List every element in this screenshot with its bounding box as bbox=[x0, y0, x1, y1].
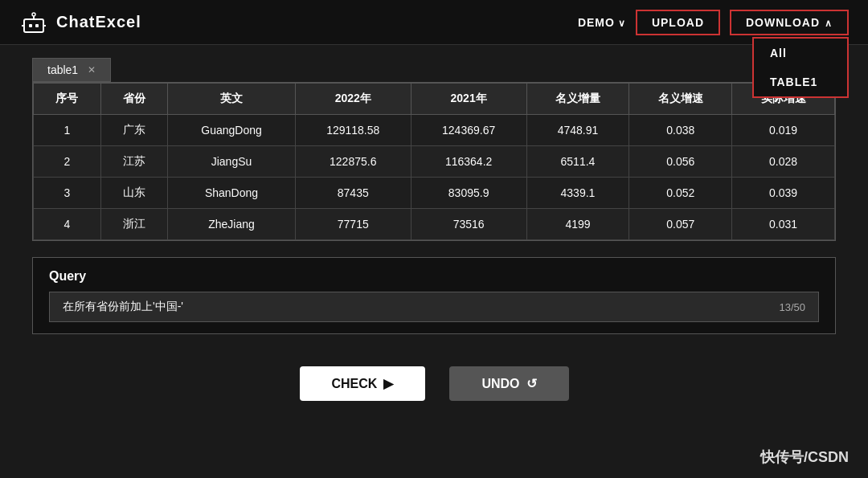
col-header-3: 2022年 bbox=[295, 84, 411, 115]
download-dropdown-menu: All TABLE1 bbox=[752, 37, 849, 98]
cell-r0-c0: 1 bbox=[34, 115, 101, 146]
cell-r1-c6: 0.056 bbox=[629, 146, 732, 178]
logo-text: ChatExcel bbox=[56, 13, 141, 31]
undo-icon: ↺ bbox=[526, 376, 537, 391]
cell-r1-c7: 0.028 bbox=[732, 146, 835, 178]
cell-r2-c1: 山东 bbox=[100, 178, 168, 209]
header: ChatExcel DEMO UPLOAD DOWNLOAD All TABLE… bbox=[0, 0, 868, 45]
dropdown-item-table1[interactable]: TABLE1 bbox=[754, 67, 847, 96]
query-label: Query bbox=[49, 269, 819, 284]
cell-r2-c5: 4339.1 bbox=[526, 178, 629, 209]
download-dropdown: DOWNLOAD All TABLE1 bbox=[730, 10, 849, 35]
col-header-5: 名义增量 bbox=[526, 84, 629, 115]
logo-area: ChatExcel bbox=[19, 8, 141, 37]
cell-r1-c5: 6511.4 bbox=[526, 146, 629, 178]
svg-point-4 bbox=[32, 13, 35, 16]
cell-r3-c2: ZheJiang bbox=[168, 209, 296, 240]
cell-r1-c4: 116364.2 bbox=[411, 146, 526, 178]
cell-r2-c2: ShanDong bbox=[168, 178, 296, 209]
download-button[interactable]: DOWNLOAD bbox=[730, 10, 849, 35]
cell-r0-c7: 0.019 bbox=[732, 115, 835, 146]
logo-icon bbox=[19, 8, 48, 37]
header-right: DEMO UPLOAD DOWNLOAD All TABLE1 bbox=[578, 10, 849, 35]
check-button[interactable]: CHECK ▶ bbox=[300, 366, 426, 401]
cell-r2-c7: 0.039 bbox=[732, 178, 835, 209]
query-input-row: 13/50 bbox=[49, 292, 819, 322]
download-chevron-icon bbox=[825, 16, 833, 29]
cell-r1-c3: 122875.6 bbox=[295, 146, 411, 178]
cell-r0-c4: 124369.67 bbox=[411, 115, 526, 146]
cell-r2-c3: 87435 bbox=[295, 178, 411, 209]
cell-r3-c7: 0.031 bbox=[732, 209, 835, 240]
query-counter: 13/50 bbox=[779, 301, 805, 313]
check-play-icon: ▶ bbox=[383, 376, 393, 391]
col-header-2: 英文 bbox=[168, 84, 296, 115]
col-header-4: 2021年 bbox=[411, 84, 526, 115]
data-table: 序号 省份 英文 2022年 2021年 名义增量 名义增速 实际增速 1广东G… bbox=[32, 82, 836, 241]
cell-r3-c4: 73516 bbox=[411, 209, 526, 240]
query-section: Query 13/50 bbox=[32, 257, 836, 334]
demo-button[interactable]: DEMO bbox=[578, 16, 626, 29]
svg-rect-2 bbox=[35, 24, 39, 27]
table-row: 4浙江ZheJiang777157351641990.0570.031 bbox=[34, 209, 835, 240]
cell-r0-c1: 广东 bbox=[100, 115, 168, 146]
table-row: 1广东GuangDong129118.58124369.674748.910.0… bbox=[34, 115, 835, 146]
tab-table1[interactable]: table1 ✕ bbox=[32, 58, 111, 82]
cell-r2-c6: 0.052 bbox=[629, 178, 732, 209]
demo-chevron-icon bbox=[618, 16, 626, 29]
undo-button[interactable]: UNDO ↺ bbox=[449, 366, 568, 401]
cell-r1-c2: JiangSu bbox=[168, 146, 296, 178]
cell-r2-c4: 83095.9 bbox=[411, 178, 526, 209]
cell-r2-c0: 3 bbox=[34, 178, 101, 209]
cell-r3-c1: 浙江 bbox=[100, 209, 168, 240]
upload-button[interactable]: UPLOAD bbox=[636, 10, 720, 35]
cell-r3-c0: 4 bbox=[34, 209, 101, 240]
main-content: table1 ✕ 序号 省份 英文 2022年 2021年 名义增量 名义增速 … bbox=[0, 45, 868, 347]
col-header-0: 序号 bbox=[34, 84, 101, 115]
table-row: 3山东ShanDong8743583095.94339.10.0520.039 bbox=[34, 178, 835, 209]
query-input[interactable] bbox=[63, 300, 779, 313]
cell-r1-c0: 2 bbox=[34, 146, 101, 178]
table: 序号 省份 英文 2022年 2021年 名义增量 名义增速 实际增速 1广东G… bbox=[33, 83, 835, 240]
table-header-row: 序号 省份 英文 2022年 2021年 名义增量 名义增速 实际增速 bbox=[34, 84, 835, 115]
svg-rect-1 bbox=[29, 24, 32, 27]
cell-r3-c3: 77715 bbox=[295, 209, 411, 240]
tabs-row: table1 ✕ bbox=[32, 58, 836, 82]
svg-rect-0 bbox=[24, 19, 43, 32]
watermark: 快传号/CSDN bbox=[760, 447, 849, 467]
cell-r1-c1: 江苏 bbox=[100, 146, 168, 178]
cell-r0-c5: 4748.91 bbox=[526, 115, 629, 146]
buttons-row: CHECK ▶ UNDO ↺ bbox=[0, 366, 868, 401]
cell-r3-c6: 0.057 bbox=[629, 209, 732, 240]
col-header-1: 省份 bbox=[100, 84, 168, 115]
cell-r0-c3: 129118.58 bbox=[295, 115, 411, 146]
tab-close-icon[interactable]: ✕ bbox=[88, 64, 96, 76]
dropdown-item-all[interactable]: All bbox=[754, 39, 847, 67]
col-header-6: 名义增速 bbox=[629, 84, 732, 115]
cell-r3-c5: 4199 bbox=[526, 209, 629, 240]
table-row: 2江苏JiangSu122875.6116364.26511.40.0560.0… bbox=[34, 146, 835, 178]
cell-r0-c6: 0.038 bbox=[629, 115, 732, 146]
cell-r0-c2: GuangDong bbox=[168, 115, 296, 146]
